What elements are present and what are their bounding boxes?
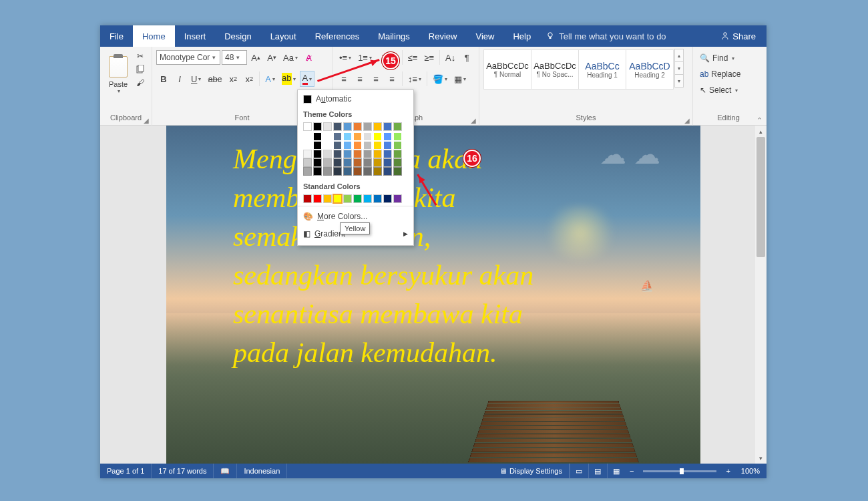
- style-heading1[interactable]: AaBbCcHeading 1: [578, 49, 626, 90]
- tab-home[interactable]: Home: [133, 25, 175, 47]
- style-normal[interactable]: AaBbCcDc¶ Normal: [483, 49, 531, 90]
- color-swatch[interactable]: [393, 132, 402, 141]
- styles-gallery-scroll[interactable]: ▴▾▾: [674, 49, 684, 88]
- scroll-thumb[interactable]: [756, 137, 765, 257]
- zoom-in-button[interactable]: +: [722, 467, 734, 475]
- style-nospacing[interactable]: AaBbCcDc¶ No Spac...: [531, 49, 579, 90]
- color-swatch[interactable]: [313, 150, 322, 158]
- color-swatch[interactable]: [373, 141, 382, 150]
- color-swatch[interactable]: [373, 122, 382, 131]
- color-swatch[interactable]: [383, 167, 392, 176]
- tab-review[interactable]: Review: [419, 25, 467, 47]
- tab-references[interactable]: References: [306, 25, 369, 47]
- color-swatch[interactable]: [393, 122, 402, 131]
- clear-formatting-button[interactable]: A̷: [302, 49, 316, 65]
- scroll-down-icon[interactable]: ▾: [755, 452, 767, 464]
- shading-button[interactable]: 🪣▾: [430, 71, 450, 87]
- color-swatch[interactable]: [383, 158, 392, 167]
- color-swatch[interactable]: [383, 141, 392, 150]
- color-swatch[interactable]: [323, 141, 332, 150]
- sort-button[interactable]: A↓: [443, 49, 458, 65]
- color-swatch[interactable]: [353, 150, 362, 158]
- color-swatch[interactable]: [313, 158, 322, 167]
- color-swatch[interactable]: [393, 158, 402, 167]
- zoom-level-label[interactable]: 100%: [734, 467, 767, 475]
- underline-button[interactable]: U▾: [188, 71, 204, 87]
- collapse-ribbon-button[interactable]: ⌃: [756, 116, 763, 125]
- color-swatch[interactable]: [313, 194, 322, 203]
- borders-button[interactable]: ▦▾: [451, 71, 469, 87]
- tab-design[interactable]: Design: [215, 25, 260, 47]
- color-swatch[interactable]: [303, 132, 312, 141]
- color-swatch[interactable]: [363, 141, 372, 150]
- color-swatch[interactable]: [313, 141, 322, 150]
- color-swatch[interactable]: [353, 132, 362, 141]
- tab-layout[interactable]: Layout: [261, 25, 306, 47]
- color-swatch[interactable]: [393, 150, 402, 158]
- cut-button[interactable]: ✂: [135, 51, 146, 61]
- color-swatch[interactable]: [303, 167, 312, 176]
- tab-file[interactable]: File: [100, 25, 133, 47]
- color-swatch[interactable]: [353, 122, 362, 131]
- superscript-button[interactable]: x2: [242, 71, 256, 87]
- color-swatch[interactable]: [343, 167, 352, 176]
- color-swatch[interactable]: [303, 158, 312, 167]
- color-swatch[interactable]: [313, 167, 322, 176]
- color-swatch[interactable]: [303, 122, 312, 131]
- color-swatch[interactable]: [363, 150, 372, 158]
- italic-button[interactable]: I: [172, 71, 187, 87]
- color-swatch[interactable]: [323, 132, 332, 141]
- replace-button[interactable]: ab Replace: [697, 67, 743, 81]
- color-swatch[interactable]: [383, 194, 392, 203]
- color-swatch[interactable]: [353, 158, 362, 167]
- style-heading2[interactable]: AaBbCcDHeading 2: [626, 49, 674, 90]
- decrease-indent-button[interactable]: ≤≡: [405, 49, 421, 65]
- select-button[interactable]: ↖ Select ▾: [697, 83, 743, 98]
- share-button[interactable]: Share: [710, 31, 767, 41]
- color-swatch[interactable]: [343, 158, 352, 167]
- color-swatch[interactable]: [363, 167, 372, 176]
- color-swatch[interactable]: [373, 132, 382, 141]
- color-swatch[interactable]: [393, 141, 402, 150]
- print-layout-button[interactable]: ▤: [588, 464, 607, 478]
- align-center-button[interactable]: ≡: [353, 71, 367, 87]
- color-swatch[interactable]: [393, 194, 402, 203]
- vertical-scrollbar[interactable]: ▴ ▾: [755, 126, 767, 464]
- subscript-button[interactable]: x2: [226, 71, 240, 87]
- color-swatch[interactable]: [323, 194, 332, 203]
- zoom-out-button[interactable]: −: [626, 467, 638, 475]
- color-swatch[interactable]: [353, 141, 362, 150]
- color-swatch[interactable]: [303, 141, 312, 150]
- show-marks-button[interactable]: ¶: [459, 49, 474, 65]
- highlight-button[interactable]: ab▾: [279, 71, 298, 87]
- text-effects-button[interactable]: A▾: [262, 71, 278, 87]
- display-settings-button[interactable]: 🖥 Display Settings: [493, 464, 570, 478]
- color-swatch[interactable]: [383, 150, 392, 158]
- color-swatch[interactable]: [373, 194, 382, 203]
- read-mode-button[interactable]: ▭: [570, 464, 588, 478]
- color-swatch[interactable]: [313, 122, 322, 131]
- align-right-button[interactable]: ≡: [369, 71, 383, 87]
- color-swatch[interactable]: [333, 158, 342, 167]
- color-swatch[interactable]: [343, 141, 352, 150]
- color-swatch[interactable]: [333, 132, 342, 141]
- tab-view[interactable]: View: [466, 25, 503, 47]
- zoom-slider[interactable]: [643, 470, 716, 472]
- paste-button[interactable]: Paste ▾: [104, 49, 132, 100]
- tell-me-search[interactable]: Tell me what you want to do: [540, 31, 710, 41]
- web-layout-button[interactable]: ▦: [607, 464, 626, 478]
- color-swatch[interactable]: [363, 132, 372, 141]
- font-color-button[interactable]: A▾: [300, 71, 315, 87]
- tab-mailings[interactable]: Mailings: [369, 25, 419, 47]
- word-count-status[interactable]: 17 of 17 words: [152, 464, 214, 478]
- color-swatch[interactable]: [323, 122, 332, 131]
- justify-button[interactable]: ≡: [385, 71, 399, 87]
- tab-help[interactable]: Help: [503, 25, 540, 47]
- format-painter-button[interactable]: 🖌: [135, 77, 146, 88]
- color-swatch[interactable]: [323, 158, 332, 167]
- document-page[interactable]: ☁ ☁ ⛵ Mengeluh hanya akan membuat hidup …: [166, 126, 700, 464]
- dialog-launcher-icon[interactable]: ◢: [684, 117, 690, 124]
- automatic-color-item[interactable]: Automatic: [298, 90, 413, 108]
- dialog-launcher-icon[interactable]: ◢: [144, 117, 149, 124]
- color-swatch[interactable]: [323, 167, 332, 176]
